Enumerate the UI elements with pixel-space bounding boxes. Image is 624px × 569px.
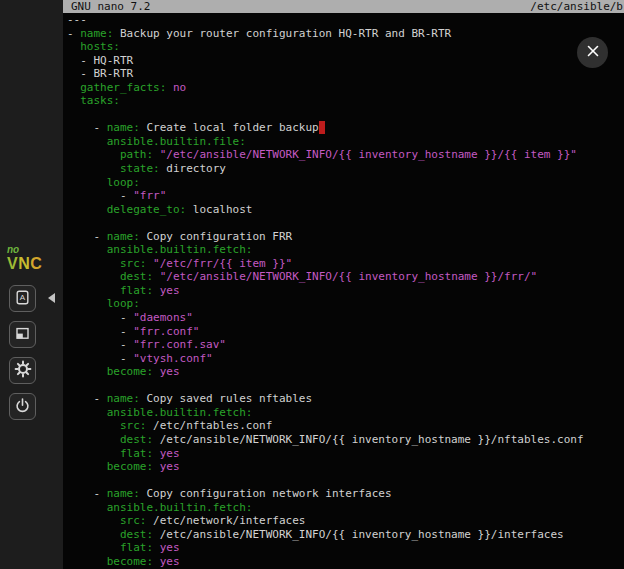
nano-filename: /etc/ansible/b: [530, 0, 623, 13]
fullscreen-button[interactable]: [9, 321, 36, 348]
editor-line: loop:: [67, 297, 624, 311]
clipboard-icon: A: [14, 289, 31, 309]
editor-line: gather_facts: no: [67, 81, 624, 95]
editor-line: hosts:: [67, 40, 624, 54]
close-button[interactable]: [577, 37, 608, 68]
editor-line: flat: yes: [67, 284, 624, 298]
editor-line: - "vtysh.conf": [67, 352, 624, 366]
editor-line: ansible.builtin.fetch:: [67, 243, 624, 257]
editor-line: - BR-RTR: [67, 67, 624, 81]
editor-line: - name: Copy saved rules nftables: [67, 392, 624, 406]
editor-line: src: /etc/network/interfaces: [67, 514, 624, 528]
terminal[interactable]: GNU nano 7.2 /etc/ansible/b ---- name: B…: [63, 0, 624, 569]
editor-line: [67, 108, 624, 122]
editor-line: flat: yes: [67, 447, 624, 461]
editor-line: [67, 216, 624, 230]
editor-line: become: yes: [67, 555, 624, 569]
vnc-viewport: no VNC A: [0, 0, 624, 569]
editor-line: tasks:: [67, 94, 624, 108]
editor-line: flat: yes: [67, 541, 624, 555]
settings-button[interactable]: [9, 357, 36, 384]
editor-line: - "frr": [67, 189, 624, 203]
editor-line: - name: Create local folder backup: [67, 121, 624, 135]
editor-line: become: yes: [67, 365, 624, 379]
editor-line: dest: "/etc/ansible/NETWORK_INFO/{{ inve…: [67, 270, 624, 284]
close-icon: [586, 44, 600, 61]
editor-line: ansible.builtin.fetch:: [67, 501, 624, 515]
clipboard-button[interactable]: A: [9, 285, 36, 312]
vnc-control-bar: no VNC A: [0, 0, 63, 569]
editor-line: [67, 474, 624, 488]
editor[interactable]: ---- name: Backup your router configurat…: [63, 13, 624, 568]
control-bar-handle[interactable]: [43, 289, 59, 307]
editor-line: dest: /etc/ansible/NETWORK_INFO/{{ inven…: [67, 528, 624, 542]
fullscreen-icon: [14, 325, 31, 345]
editor-line: src: /etc/nftables.conf: [67, 419, 624, 433]
editor-line: - "frr.conf": [67, 325, 624, 339]
editor-line: - "daemons": [67, 311, 624, 325]
editor-line: loop:: [67, 176, 624, 190]
editor-line: - name: Backup your router configuration…: [67, 27, 624, 41]
editor-line: src: "/etc/frr/{{ item }}": [67, 257, 624, 271]
editor-line: - name: Copy configuration network inter…: [67, 487, 624, 501]
nano-version: GNU nano 7.2: [71, 0, 150, 13]
novnc-logo-text-no: no: [7, 245, 42, 255]
editor-line: [67, 379, 624, 393]
svg-text:A: A: [20, 293, 26, 302]
editor-line: - name: Copy configuration FRR: [67, 230, 624, 244]
editor-line: - "frr.conf.sav": [67, 338, 624, 352]
gear-icon: [14, 360, 32, 381]
editor-line: become: yes: [67, 460, 624, 474]
collapse-arrow-icon: [48, 293, 55, 303]
editor-line: ansible.builtin.fetch:: [67, 406, 624, 420]
editor-line: - HQ-RTR: [67, 54, 624, 68]
editor-line: path: "/etc/ansible/NETWORK_INFO/{{ inve…: [67, 148, 624, 162]
novnc-logo: no VNC: [7, 245, 42, 272]
editor-line: ---: [67, 13, 624, 27]
novnc-logo-text-vnc: VNC: [7, 256, 42, 272]
editor-line: dest: /etc/ansible/NETWORK_INFO/{{ inven…: [67, 433, 624, 447]
power-icon: [14, 397, 31, 417]
editor-line: state: directory: [67, 162, 624, 176]
editor-line: ansible.builtin.file:: [67, 135, 624, 149]
nano-titlebar: GNU nano 7.2 /etc/ansible/b: [63, 0, 624, 13]
editor-line: delegate_to: localhost: [67, 203, 624, 217]
power-button[interactable]: [9, 393, 36, 420]
cursor-block: [319, 121, 326, 134]
